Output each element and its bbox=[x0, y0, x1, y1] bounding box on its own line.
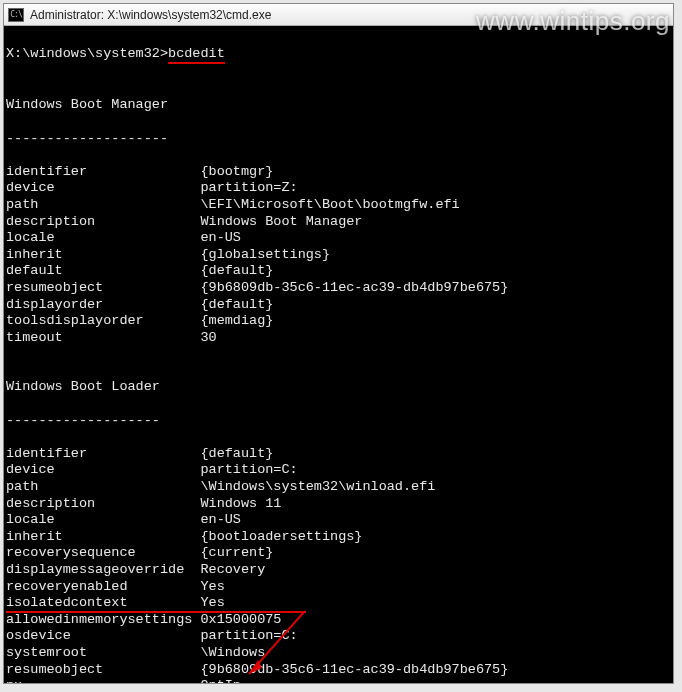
output-line: allowedinmemorysettings 0x15000075 bbox=[6, 612, 671, 629]
kv-key: timeout bbox=[6, 330, 200, 345]
prompt-path: X:\windows\system32> bbox=[6, 46, 168, 61]
kv-value: Yes bbox=[200, 595, 224, 610]
kv-key: toolsdisplayorder bbox=[6, 313, 200, 328]
kv-value: {default} bbox=[200, 263, 273, 278]
kv-value: Yes bbox=[200, 579, 224, 594]
kv-key: description bbox=[6, 496, 200, 511]
output-line: nx OptIn bbox=[6, 678, 671, 683]
kv-key: displaymessageoverride bbox=[6, 562, 200, 577]
kv-value: partition=C: bbox=[200, 462, 297, 477]
output-line: path \EFI\Microsoft\Boot\bootmgfw.efi bbox=[6, 197, 671, 214]
kv-key: isolatedcontext bbox=[6, 595, 200, 610]
kv-value: Windows 11 bbox=[200, 496, 281, 511]
section-divider: -------------------- bbox=[6, 131, 671, 148]
kv-value: {9b6809db-35c6-11ec-ac39-db4db97be675} bbox=[200, 662, 508, 677]
output-line: timeout 30 bbox=[6, 330, 671, 347]
kv-value: {globalsettings} bbox=[200, 247, 330, 262]
kv-value: \EFI\Microsoft\Boot\bootmgfw.efi bbox=[200, 197, 459, 212]
kv-value: OptIn bbox=[200, 678, 241, 683]
kv-key: default bbox=[6, 263, 200, 278]
kv-value: {bootloadersettings} bbox=[200, 529, 362, 544]
kv-key: device bbox=[6, 180, 200, 195]
kv-key: inherit bbox=[6, 529, 200, 544]
section-header: Windows Boot Loader bbox=[6, 379, 671, 396]
terminal-output[interactable]: X:\windows\system32>bcdedit Windows Boot… bbox=[4, 26, 673, 683]
annotation-underline bbox=[6, 611, 306, 613]
kv-key: identifier bbox=[6, 164, 200, 179]
kv-key: locale bbox=[6, 230, 200, 245]
kv-value: 0x15000075 bbox=[200, 612, 281, 627]
kv-key: path bbox=[6, 197, 200, 212]
output-line: displaymessageoverride Recovery bbox=[6, 562, 671, 579]
output-line: path \Windows\system32\winload.efi bbox=[6, 479, 671, 496]
kv-key: systemroot bbox=[6, 645, 200, 660]
kv-key: locale bbox=[6, 512, 200, 527]
kv-key: identifier bbox=[6, 446, 200, 461]
window-titlebar[interactable]: C:\ Administrator: X:\windows\system32\c… bbox=[4, 4, 673, 26]
output-line: identifier {bootmgr} bbox=[6, 164, 671, 181]
output-line: inherit {globalsettings} bbox=[6, 247, 671, 264]
output-line: description Windows 11 bbox=[6, 496, 671, 513]
kv-key: osdevice bbox=[6, 628, 200, 643]
kv-value: {default} bbox=[200, 297, 273, 312]
cmd-icon: C:\ bbox=[8, 8, 24, 22]
kv-value: 30 bbox=[200, 330, 216, 345]
kv-value: \Windows\system32\winload.efi bbox=[200, 479, 435, 494]
kv-value: Windows Boot Manager bbox=[200, 214, 362, 229]
output-line: device partition=C: bbox=[6, 462, 671, 479]
output-line: recoverysequence {current} bbox=[6, 545, 671, 562]
output-line: device partition=Z: bbox=[6, 180, 671, 197]
kv-key: allowedinmemorysettings bbox=[6, 612, 200, 627]
output-line: isolatedcontext Yes bbox=[6, 595, 671, 612]
kv-key: device bbox=[6, 462, 200, 477]
output-line: description Windows Boot Manager bbox=[6, 214, 671, 231]
section-divider: ------------------- bbox=[6, 413, 671, 430]
output-line: default {default} bbox=[6, 263, 671, 280]
kv-value: Recovery bbox=[200, 562, 265, 577]
kv-value: en-US bbox=[200, 512, 241, 527]
kv-value: {9b6809db-35c6-11ec-ac39-db4db97be675} bbox=[200, 280, 508, 295]
kv-key: nx bbox=[6, 678, 200, 683]
kv-key: inherit bbox=[6, 247, 200, 262]
window-title: Administrator: X:\windows\system32\cmd.e… bbox=[30, 8, 271, 22]
output-line: identifier {default} bbox=[6, 446, 671, 463]
output-line: osdevice partition=C: bbox=[6, 628, 671, 645]
output-line: recoveryenabled Yes bbox=[6, 579, 671, 596]
output-line: X:\windows\system32>bcdedit bbox=[6, 46, 671, 65]
output-line: systemroot \Windows bbox=[6, 645, 671, 662]
section-header: Windows Boot Manager bbox=[6, 97, 671, 114]
output-line: locale en-US bbox=[6, 512, 671, 529]
kv-value: partition=C: bbox=[200, 628, 297, 643]
output-line: displayorder {default} bbox=[6, 297, 671, 314]
kv-key: resumeobject bbox=[6, 280, 200, 295]
output-line: resumeobject {9b6809db-35c6-11ec-ac39-db… bbox=[6, 662, 671, 679]
kv-value: {memdiag} bbox=[200, 313, 273, 328]
kv-key: path bbox=[6, 479, 200, 494]
kv-key: resumeobject bbox=[6, 662, 200, 677]
kv-value: {default} bbox=[200, 446, 273, 461]
output-line: inherit {bootloadersettings} bbox=[6, 529, 671, 546]
kv-value: \Windows bbox=[200, 645, 265, 660]
kv-value: en-US bbox=[200, 230, 241, 245]
output-line: resumeobject {9b6809db-35c6-11ec-ac39-db… bbox=[6, 280, 671, 297]
kv-key: displayorder bbox=[6, 297, 200, 312]
output-line: toolsdisplayorder {memdiag} bbox=[6, 313, 671, 330]
kv-value: {current} bbox=[200, 545, 273, 560]
typed-command: bcdedit bbox=[168, 46, 225, 65]
cmd-window: C:\ Administrator: X:\windows\system32\c… bbox=[3, 3, 674, 684]
kv-value: partition=Z: bbox=[200, 180, 297, 195]
kv-value: {bootmgr} bbox=[200, 164, 273, 179]
output-line: locale en-US bbox=[6, 230, 671, 247]
kv-key: recoveryenabled bbox=[6, 579, 200, 594]
kv-key: description bbox=[6, 214, 200, 229]
kv-key: recoverysequence bbox=[6, 545, 200, 560]
